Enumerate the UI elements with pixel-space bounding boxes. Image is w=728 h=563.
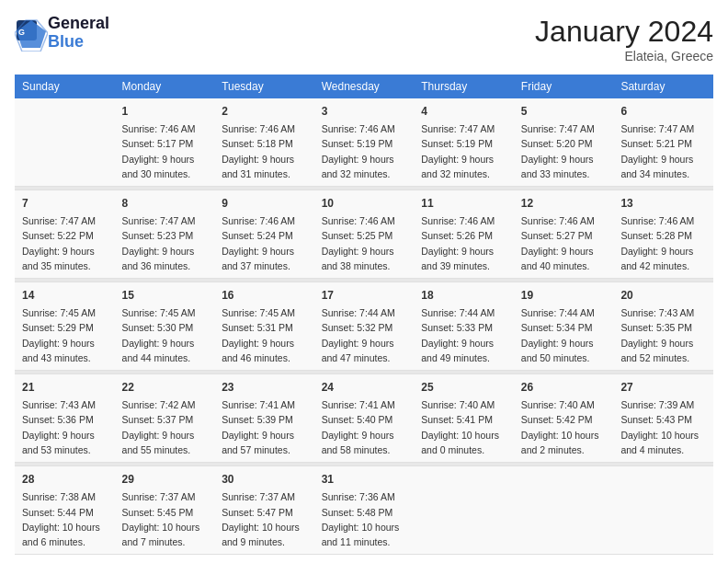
day-info: Sunrise: 7:37 AMSunset: 5:47 PMDaylight:… [222,489,307,549]
day-number: 5 [521,103,607,120]
calendar-cell: 3Sunrise: 7:46 AMSunset: 5:19 PMDaylight… [314,98,415,187]
calendar-cell: 9Sunrise: 7:46 AMSunset: 5:24 PMDaylight… [214,190,314,279]
calendar-cell: 6Sunrise: 7:47 AMSunset: 5:21 PMDaylight… [613,98,713,187]
calendar-cell: 14Sunrise: 7:45 AMSunset: 5:29 PMDayligh… [15,282,115,371]
calendar-cell: 24Sunrise: 7:41 AMSunset: 5:40 PMDayligh… [314,374,415,463]
day-number: 30 [222,471,307,488]
day-info: Sunrise: 7:47 AMSunset: 5:23 PMDaylight:… [122,213,208,273]
header-day-wednesday: Wednesday [314,75,415,98]
day-info: Sunrise: 7:40 AMSunset: 5:42 PMDaylight:… [521,397,607,457]
calendar-cell: 17Sunrise: 7:44 AMSunset: 5:32 PMDayligh… [314,282,415,371]
calendar-week-5: 28Sunrise: 7:38 AMSunset: 5:44 PMDayligh… [15,466,713,555]
day-number: 3 [322,103,407,120]
day-info: Sunrise: 7:39 AMSunset: 5:43 PMDaylight:… [620,397,706,457]
day-info: Sunrise: 7:46 AMSunset: 5:17 PMDaylight:… [122,121,208,181]
calendar-cell: 8Sunrise: 7:47 AMSunset: 5:23 PMDaylight… [115,190,215,279]
day-number: 20 [620,287,706,304]
day-info: Sunrise: 7:44 AMSunset: 5:33 PMDaylight:… [421,305,506,365]
day-number: 9 [222,195,307,212]
calendar-week-1: 1Sunrise: 7:46 AMSunset: 5:17 PMDaylight… [15,98,713,187]
calendar-cell: 28Sunrise: 7:38 AMSunset: 5:44 PMDayligh… [15,466,115,555]
day-info: Sunrise: 7:43 AMSunset: 5:35 PMDaylight:… [620,305,706,365]
day-info: Sunrise: 7:42 AMSunset: 5:37 PMDaylight:… [122,397,208,457]
header-day-monday: Monday [115,75,215,98]
day-info: Sunrise: 7:47 AMSunset: 5:21 PMDaylight:… [620,121,706,181]
day-info: Sunrise: 7:44 AMSunset: 5:32 PMDaylight:… [322,305,407,365]
day-number: 1 [122,103,208,120]
calendar-cell: 7Sunrise: 7:47 AMSunset: 5:22 PMDaylight… [15,190,115,279]
calendar-cell: 22Sunrise: 7:42 AMSunset: 5:37 PMDayligh… [115,374,215,463]
day-number: 19 [521,287,607,304]
calendar-cell: 12Sunrise: 7:46 AMSunset: 5:27 PMDayligh… [514,190,614,279]
calendar-cell: 13Sunrise: 7:46 AMSunset: 5:28 PMDayligh… [613,190,713,279]
day-number: 17 [322,287,407,304]
header-day-friday: Friday [514,75,614,98]
calendar-cell: 23Sunrise: 7:41 AMSunset: 5:39 PMDayligh… [214,374,314,463]
calendar-cell: 10Sunrise: 7:46 AMSunset: 5:25 PMDayligh… [314,190,415,279]
day-number: 28 [22,471,108,488]
calendar-cell [414,466,514,555]
calendar-cell: 19Sunrise: 7:44 AMSunset: 5:34 PMDayligh… [514,282,614,371]
calendar-cell: 31Sunrise: 7:36 AMSunset: 5:48 PMDayligh… [314,466,415,555]
day-number: 15 [122,287,208,304]
calendar-cell: 25Sunrise: 7:40 AMSunset: 5:41 PMDayligh… [414,374,514,463]
month-title: January 2024 [535,15,713,49]
header-day-saturday: Saturday [613,75,713,98]
title-section: January 2024 Elateia, Greece [535,15,713,63]
day-info: Sunrise: 7:43 AMSunset: 5:36 PMDaylight:… [22,397,108,457]
day-info: Sunrise: 7:44 AMSunset: 5:34 PMDaylight:… [521,305,607,365]
day-info: Sunrise: 7:36 AMSunset: 5:48 PMDaylight:… [322,489,407,549]
calendar-cell: 15Sunrise: 7:45 AMSunset: 5:30 PMDayligh… [115,282,215,371]
calendar-cell [15,98,115,187]
day-number: 6 [620,103,706,120]
day-number: 10 [322,195,407,212]
day-number: 13 [620,195,706,212]
day-info: Sunrise: 7:47 AMSunset: 5:19 PMDaylight:… [421,121,506,181]
svg-text:G: G [18,28,25,37]
calendar-week-2: 7Sunrise: 7:47 AMSunset: 5:22 PMDaylight… [15,190,713,279]
calendar-cell: 16Sunrise: 7:45 AMSunset: 5:31 PMDayligh… [214,282,314,371]
calendar-cell: 1Sunrise: 7:46 AMSunset: 5:17 PMDaylight… [115,98,215,187]
day-info: Sunrise: 7:46 AMSunset: 5:26 PMDaylight:… [421,213,506,273]
calendar-week-3: 14Sunrise: 7:45 AMSunset: 5:29 PMDayligh… [15,282,713,371]
calendar-cell: 20Sunrise: 7:43 AMSunset: 5:35 PMDayligh… [613,282,713,371]
day-info: Sunrise: 7:46 AMSunset: 5:19 PMDaylight:… [322,121,407,181]
logo-text: GeneralBlue [48,15,109,52]
calendar-body: 1Sunrise: 7:46 AMSunset: 5:17 PMDaylight… [15,98,713,555]
calendar-cell: 4Sunrise: 7:47 AMSunset: 5:19 PMDaylight… [414,98,514,187]
day-info: Sunrise: 7:40 AMSunset: 5:41 PMDaylight:… [421,397,506,457]
calendar-cell: 2Sunrise: 7:46 AMSunset: 5:18 PMDaylight… [214,98,314,187]
day-info: Sunrise: 7:38 AMSunset: 5:44 PMDaylight:… [22,489,108,549]
header-day-sunday: Sunday [15,75,115,98]
day-number: 22 [122,379,208,396]
day-number: 29 [122,471,208,488]
day-number: 24 [322,379,407,396]
calendar-week-4: 21Sunrise: 7:43 AMSunset: 5:36 PMDayligh… [15,374,713,463]
day-number: 25 [421,379,506,396]
day-number: 16 [222,287,307,304]
day-info: Sunrise: 7:45 AMSunset: 5:30 PMDaylight:… [122,305,208,365]
logo-icon: G [15,18,44,48]
day-info: Sunrise: 7:46 AMSunset: 5:28 PMDaylight:… [620,213,706,273]
day-info: Sunrise: 7:46 AMSunset: 5:18 PMDaylight:… [222,121,307,181]
day-info: Sunrise: 7:47 AMSunset: 5:20 PMDaylight:… [521,121,607,181]
calendar-cell [514,466,614,555]
day-number: 11 [421,195,506,212]
calendar-cell: 26Sunrise: 7:40 AMSunset: 5:42 PMDayligh… [514,374,614,463]
header-day-tuesday: Tuesday [214,75,314,98]
location-title: Elateia, Greece [535,49,713,63]
calendar-cell: 11Sunrise: 7:46 AMSunset: 5:26 PMDayligh… [414,190,514,279]
calendar-cell: 29Sunrise: 7:37 AMSunset: 5:45 PMDayligh… [115,466,215,555]
day-number: 8 [122,195,208,212]
calendar-cell [613,466,713,555]
day-number: 12 [521,195,607,212]
day-number: 21 [22,379,108,396]
day-info: Sunrise: 7:46 AMSunset: 5:27 PMDaylight:… [521,213,607,273]
calendar-cell: 21Sunrise: 7:43 AMSunset: 5:36 PMDayligh… [15,374,115,463]
day-number: 7 [22,195,108,212]
day-number: 31 [322,471,407,488]
day-info: Sunrise: 7:45 AMSunset: 5:31 PMDaylight:… [222,305,307,365]
day-info: Sunrise: 7:41 AMSunset: 5:40 PMDaylight:… [322,397,407,457]
day-number: 18 [421,287,506,304]
day-info: Sunrise: 7:45 AMSunset: 5:29 PMDaylight:… [22,305,108,365]
